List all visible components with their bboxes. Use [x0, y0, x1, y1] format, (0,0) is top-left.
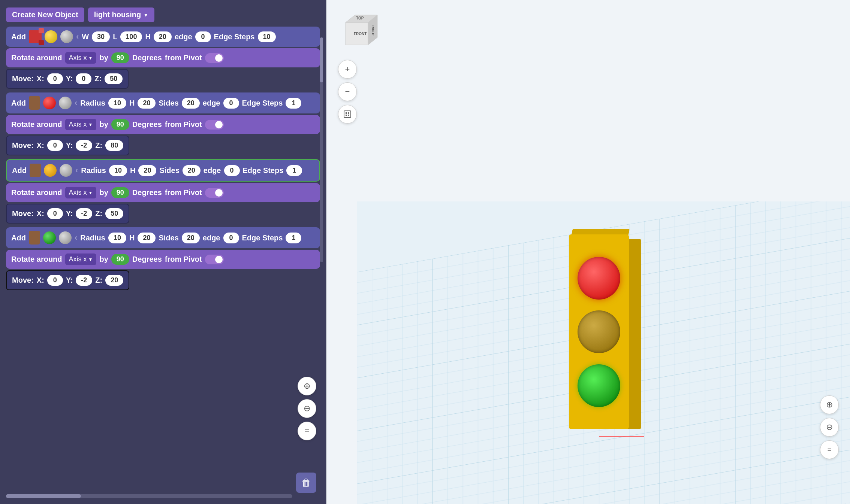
sides-value-2[interactable]: 20	[182, 98, 200, 109]
zoom-out-button-left[interactable]: ⊖	[298, 399, 316, 418]
svg-rect-13	[348, 115, 349, 116]
z-value-4[interactable]: 20	[105, 275, 123, 286]
h-scrollbar-thumb[interactable]	[6, 494, 81, 498]
chevron-icon-2: ‹	[75, 98, 77, 108]
pivot-toggle-2[interactable]	[205, 120, 224, 130]
rotate-degrees-3[interactable]: 90	[111, 187, 129, 198]
trash-button[interactable]: 🗑	[296, 473, 316, 493]
cylinder-icon-brown-2	[30, 164, 41, 177]
edge-value-3[interactable]: 0	[224, 165, 240, 176]
green-light	[578, 364, 620, 407]
rotate-degrees-4[interactable]: 90	[111, 254, 129, 265]
rotate-block-1: Rotate around Axis x ▼ by 90 Degrees fro…	[6, 48, 320, 67]
l-value-1[interactable]: 100	[120, 31, 142, 42]
cube-icon-red	[29, 30, 42, 43]
steps-value-1[interactable]: 10	[258, 31, 276, 42]
move-block-3: Move: X: 0 Y: -2 Z: 50	[6, 204, 129, 224]
radius-value-3[interactable]: 10	[109, 165, 127, 176]
object-name-dropdown[interactable]: light housing ▼	[88, 7, 154, 22]
x-value-3[interactable]: 0	[47, 208, 63, 219]
edge-value-2[interactable]: 0	[223, 98, 239, 109]
x-value-4[interactable]: 0	[47, 275, 63, 286]
add-block-4: Add ‹ Radius 10 H 20 Sides 20 edge 0 Edg…	[6, 227, 320, 248]
home-view-icon	[343, 110, 352, 119]
horizontal-scrollbar[interactable]	[6, 494, 292, 498]
add-label-1: Add	[11, 33, 26, 41]
pivot-toggle-3[interactable]	[205, 188, 224, 198]
vertical-scrollbar[interactable]	[320, 37, 323, 262]
sides-value-4[interactable]: 20	[182, 233, 200, 243]
traffic-light-model	[569, 234, 629, 429]
orientation-cube[interactable]: FRONT RIGHT TOP	[342, 11, 379, 49]
right-zoom-controls: ⊕ ⊖ =	[820, 395, 839, 459]
axis-x-button-2[interactable]: Axis x ▼	[65, 119, 97, 130]
steps-value-4[interactable]: 1	[286, 233, 301, 243]
z-value-3[interactable]: 50	[105, 208, 123, 219]
add-block-3: Add ‹ Radius 10 H 20 Sides 20 edge 0 Edg…	[6, 159, 320, 182]
svg-text:FRONT: FRONT	[354, 32, 367, 36]
sides-value-3[interactable]: 20	[183, 165, 201, 176]
code-panel: Create New Object light housing ▼ Add ‹ …	[0, 0, 326, 504]
pivot-toggle-1[interactable]	[205, 53, 224, 63]
scrollbar-thumb[interactable]	[320, 37, 323, 82]
move-block-4: Move: X: 0 Y: -2 Z: 20	[6, 270, 129, 290]
y-value-3[interactable]: -2	[76, 208, 92, 219]
svg-text:TOP: TOP	[356, 16, 364, 20]
fit-button-left[interactable]: =	[298, 422, 316, 440]
viewport-reset-zoom[interactable]: =	[820, 440, 839, 459]
home-view-button[interactable]	[338, 105, 357, 124]
viewport-nav-controls: + −	[338, 60, 357, 124]
rotate-degrees-2[interactable]: 90	[111, 119, 129, 130]
axis-x-line	[599, 436, 644, 437]
x-value-2[interactable]: 0	[47, 140, 63, 151]
y-value-2[interactable]: -2	[76, 140, 92, 151]
sphere-orange-icon	[44, 164, 57, 177]
move-block-1: Move: X: 0 Y: 0 Z: 50	[6, 69, 129, 89]
svg-rect-9	[344, 111, 351, 118]
orientation-cube-svg: FRONT RIGHT TOP	[342, 11, 383, 52]
h-value-2[interactable]: 20	[138, 98, 156, 109]
y-value-4[interactable]: -2	[76, 275, 92, 286]
viewport-panel: FRONT RIGHT TOP + − ⊕ ⊖ =	[327, 0, 850, 504]
edge-value-4[interactable]: 0	[223, 233, 239, 243]
h-value-4[interactable]: 20	[138, 233, 156, 243]
housing-front-face	[569, 234, 629, 429]
z-value-2[interactable]: 80	[105, 140, 123, 151]
red-light	[578, 257, 620, 300]
zoom-out-button-right[interactable]: −	[338, 82, 357, 101]
viewport-zoom-in[interactable]: ⊕	[820, 395, 839, 414]
z-value-1[interactable]: 50	[105, 73, 123, 84]
sphere-red-icon	[43, 97, 56, 109]
sphere-grey-icon-3	[60, 164, 72, 177]
steps-value-2[interactable]: 1	[286, 98, 301, 109]
header-row: Create New Object light housing ▼	[6, 7, 320, 22]
radius-value-4[interactable]: 10	[108, 233, 126, 243]
create-new-object-button[interactable]: Create New Object	[6, 7, 84, 22]
move-block-2: Move: X: 0 Y: -2 Z: 80	[6, 136, 129, 155]
dropdown-arrow-icon: ▼	[143, 12, 148, 18]
axis-x-button-3[interactable]: Axis x ▼	[65, 187, 97, 198]
axis-x-button-1[interactable]: Axis x ▼	[65, 52, 97, 64]
edge-value-1[interactable]: 0	[195, 31, 211, 42]
pivot-toggle-4[interactable]	[205, 255, 224, 264]
h-value-3[interactable]: 20	[138, 165, 156, 176]
radius-value-2[interactable]: 10	[108, 98, 126, 109]
sphere-green-icon	[43, 231, 56, 244]
zoom-in-button-left[interactable]: ⊕	[298, 377, 316, 395]
svg-rect-12	[346, 115, 347, 116]
steps-value-3[interactable]: 1	[286, 165, 302, 176]
h-value-1[interactable]: 20	[154, 31, 172, 42]
viewport-zoom-out[interactable]: ⊖	[820, 418, 839, 437]
axis-x-button-4[interactable]: Axis x ▼	[65, 253, 97, 265]
y-value-1[interactable]: 0	[76, 73, 91, 84]
zoom-in-button-right[interactable]: +	[338, 60, 357, 79]
chevron-icon-4: ‹	[75, 233, 77, 243]
w-value-1[interactable]: 30	[92, 31, 110, 42]
svg-rect-10	[346, 112, 347, 114]
housing-container	[569, 234, 629, 429]
rotate-degrees-1[interactable]: 90	[111, 52, 129, 63]
x-value-1[interactable]: 0	[47, 73, 63, 84]
cylinder-icon-brown-1	[29, 96, 40, 110]
sphere-yellow-icon-1	[45, 30, 57, 43]
sphere-grey-icon-4	[59, 231, 72, 244]
